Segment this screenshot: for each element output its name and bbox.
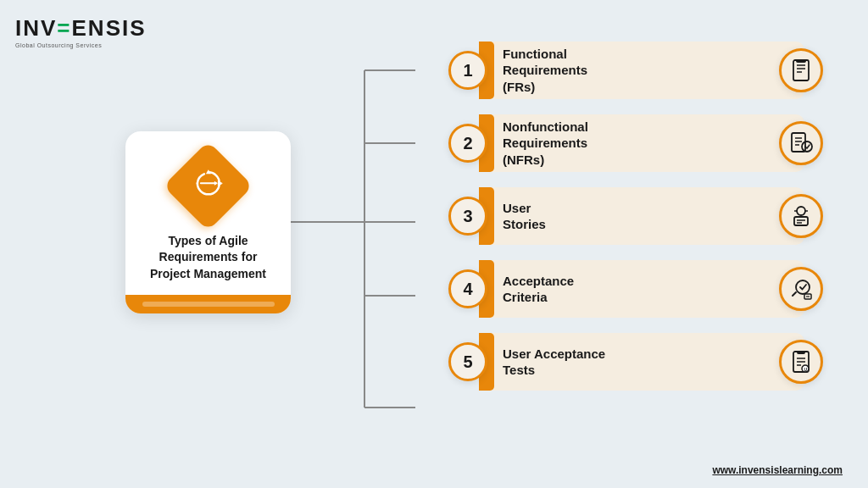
item-bar-4: AcceptanceCriteria [479,260,804,318]
svg-point-22 [797,207,805,215]
list-item: 2 NonfunctionalRequirements(NFRs) [448,111,804,175]
card-footer [125,295,291,313]
svg-rect-25 [794,217,808,225]
website-url: www.invensislearning.com [712,464,843,476]
item-icon-5: U [779,340,823,384]
list-item: 5 User AcceptanceTests U [448,330,804,394]
svg-point-21 [802,141,812,152]
svg-point-28 [796,280,810,294]
center-card: Types of Agile Requirements for Project … [125,131,291,313]
logo: INV=ENSIS Global Outsourcing Services [15,15,147,48]
agile-icon [192,167,225,205]
item-number-1: 1 [448,51,487,90]
logo-brand: INV=ENSIS [15,15,147,42]
item-text-2: NonfunctionalRequirements(NFRs) [503,119,588,169]
center-diamond-icon [163,141,253,230]
list-item: 3 UserStories [448,184,804,248]
items-container: 1 FunctionalRequirements(FRs) 2 Nonfunct… [448,38,804,394]
item-number-2: 2 [448,124,487,163]
svg-rect-12 [793,60,809,80]
item-number-5: 5 [448,342,487,381]
item-icon-2 [779,121,823,165]
item-icon-4 [779,267,823,311]
svg-rect-32 [797,351,805,354]
item-bar-1: FunctionalRequirements(FRs) [479,42,804,99]
item-bar-5: User AcceptanceTests U [479,333,804,391]
item-bar-3: UserStories [479,187,804,245]
item-icon-1 [779,48,823,92]
item-number-3: 3 [448,197,487,236]
svg-marker-7 [206,169,211,174]
list-item: 1 FunctionalRequirements(FRs) [448,38,804,103]
svg-marker-11 [214,180,218,185]
item-bar-2: NonfunctionalRequirements(NFRs) [479,114,804,172]
item-text-1: FunctionalRequirements(FRs) [503,46,587,96]
center-card-title: Types of Agile Requirements for Project … [150,233,266,283]
list-item: 4 AcceptanceCriteria [448,257,804,321]
logo-subtitle: Global Outsourcing Services [15,42,147,48]
item-icon-3 [779,194,823,238]
item-text-4: AcceptanceCriteria [503,273,574,306]
svg-rect-16 [796,59,806,63]
svg-text:U: U [804,367,808,372]
item-number-4: 4 [448,269,487,308]
item-text-5: User AcceptanceTests [503,346,605,379]
item-text-3: UserStories [503,200,546,233]
